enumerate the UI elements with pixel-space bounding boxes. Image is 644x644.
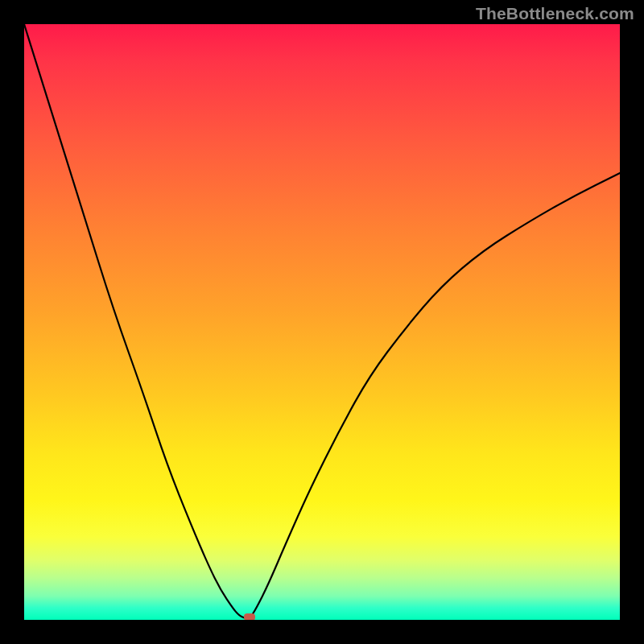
chart-frame: TheBottleneck.com <box>0 0 644 644</box>
bottleneck-curve <box>24 24 620 619</box>
min-marker <box>244 613 255 620</box>
watermark-text: TheBottleneck.com <box>476 4 634 23</box>
curve-svg <box>24 24 620 620</box>
plot-area <box>24 24 620 620</box>
